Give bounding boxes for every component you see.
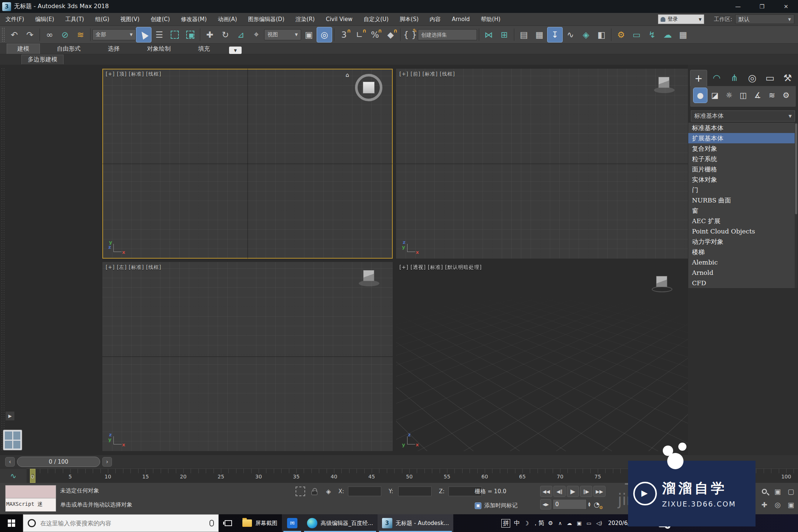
- spinner-snap-button[interactable]: ◆∩: [383, 27, 398, 42]
- go-to-start-button[interactable]: ◀◀: [540, 486, 552, 497]
- viewport-front[interactable]: [+] [前] [标准] [线框] z y x: [396, 69, 688, 259]
- category-list-item[interactable]: 复合对象: [688, 143, 798, 154]
- category-list-item[interactable]: 面片栅格: [688, 164, 798, 174]
- ime-toolbar[interactable]: 拼 中 ☽ ，简 ⚙: [501, 519, 553, 528]
- menu-item-2[interactable]: 工具(T): [60, 13, 90, 26]
- tab-utilities[interactable]: ⚒: [780, 70, 796, 86]
- task-view-button[interactable]: [219, 514, 238, 532]
- next-frame-arrow[interactable]: ›: [102, 457, 112, 467]
- maxscript-mini-listener[interactable]: MAXScript 迷: [5, 485, 56, 512]
- reference-coordinate-dropdown[interactable]: 视图 ▼: [264, 29, 301, 40]
- ime-pinyin-badge[interactable]: 拼: [501, 519, 510, 528]
- viewport-left-label[interactable]: [+] [左] [标准] [线框]: [106, 264, 161, 271]
- viewport-perspective[interactable]: [+] [透视] [标准] [默认明暗处理] z y x: [396, 262, 688, 451]
- time-slider[interactable]: 0 / 100: [17, 457, 100, 467]
- asset-library-button[interactable]: ▦: [675, 27, 691, 42]
- menu-item-1[interactable]: 编辑(E): [30, 13, 59, 26]
- viewcube[interactable]: [355, 74, 382, 101]
- category-list-item[interactable]: 楼梯: [688, 247, 798, 257]
- ribbon-tab-object-paint[interactable]: 对象绘制: [137, 44, 181, 54]
- select-and-rotate-button[interactable]: ↻: [218, 27, 233, 42]
- key-mode-toggle[interactable]: ◀▶: [540, 499, 551, 509]
- menu-item-8[interactable]: 图形编辑器(D): [243, 13, 290, 26]
- previous-frame-arrow[interactable]: ‹: [5, 457, 15, 467]
- zoom-all-button[interactable]: ▣: [771, 485, 784, 498]
- select-and-place-button[interactable]: ⌖: [249, 27, 264, 42]
- viewport-layout-preset-button[interactable]: [3, 430, 22, 450]
- category-cameras[interactable]: ◫: [737, 88, 750, 103]
- viewcube[interactable]: [358, 269, 380, 288]
- schematic-view-button[interactable]: ◈: [578, 27, 594, 42]
- ribbon-tab-selection[interactable]: 选择: [98, 44, 130, 54]
- workspace-dropdown[interactable]: 默认 ▼: [735, 14, 794, 24]
- tab-motion[interactable]: ◎: [744, 70, 760, 86]
- viewport-front-label[interactable]: [+] [前] [标准] [线框]: [399, 71, 455, 78]
- ribbon-tab-modeling[interactable]: 建模: [7, 44, 40, 54]
- search-input[interactable]: [40, 520, 205, 527]
- viewport-top-label[interactable]: [+] [顶] [标准] [线框]: [106, 71, 161, 78]
- ime-settings-gear-icon[interactable]: ⚙: [548, 520, 553, 526]
- maximize-button[interactable]: ❐: [750, 0, 774, 13]
- named-selection-set-input[interactable]: [418, 29, 477, 40]
- tab-hierarchy[interactable]: ⋔: [726, 70, 743, 86]
- render-in-cloud-button[interactable]: ☁: [660, 27, 675, 42]
- category-helpers[interactable]: ∡: [751, 88, 764, 103]
- menu-item-13[interactable]: 内容: [424, 13, 446, 26]
- category-list-item[interactable]: 标准基本体: [688, 123, 798, 133]
- category-list-item[interactable]: 实体对象: [688, 174, 798, 185]
- snap-toggle-3d-button[interactable]: 3∩: [336, 27, 352, 42]
- percent-snap-button[interactable]: %∩: [367, 27, 383, 42]
- layout-tabs-drag-handle[interactable]: [1, 68, 4, 452]
- edit-named-selection-sets-button[interactable]: { }✎: [402, 27, 418, 42]
- orbit-button[interactable]: ◎: [771, 498, 784, 511]
- x-coordinate-field[interactable]: [348, 487, 381, 496]
- selection-filter-dropdown[interactable]: 全部 ▼: [92, 29, 136, 40]
- toolbar-drag-handle[interactable]: [1, 27, 5, 42]
- menu-item-7[interactable]: 动画(A): [212, 13, 243, 26]
- align-button[interactable]: ⊞: [497, 27, 512, 42]
- category-list-item[interactable]: Alembic: [688, 257, 798, 267]
- play-button[interactable]: ▶: [567, 486, 579, 497]
- frame-spinner[interactable]: ▲▼: [588, 502, 590, 507]
- viewcube[interactable]: [651, 275, 673, 294]
- hidden-icons-chevron[interactable]: ∧: [558, 520, 562, 526]
- menu-item-12[interactable]: 脚本(S): [394, 13, 424, 26]
- rendered-frame-window-button[interactable]: ▭: [629, 27, 644, 42]
- render-setup-button[interactable]: ⚙: [613, 27, 629, 42]
- menu-item-14[interactable]: Arnold: [446, 13, 475, 26]
- tray-image-icon[interactable]: ▣: [577, 520, 582, 526]
- undo-button[interactable]: ↶: [7, 27, 22, 42]
- select-and-manipulate-button[interactable]: ◎: [317, 27, 332, 42]
- ribbon-tab-freeform[interactable]: 自由形式: [47, 44, 91, 54]
- ribbon-minimize-dropdown[interactable]: ▼: [229, 47, 242, 54]
- taskbar-item-3dsmax[interactable]: 3 无标题 - Autodesk...: [378, 514, 453, 532]
- isolate-selection-toggle[interactable]: [296, 487, 305, 496]
- maxscript-macro-row[interactable]: [6, 485, 56, 498]
- angle-snap-button[interactable]: ∟∩: [352, 27, 367, 42]
- redo-button[interactable]: ↷: [22, 27, 38, 42]
- selection-lock-toggle[interactable]: [310, 487, 319, 496]
- layer-explorer-toggle-button[interactable]: ▦: [532, 27, 547, 42]
- render-production-button[interactable]: ↯: [644, 27, 660, 42]
- viewport-perspective-label[interactable]: [+] [透视] [标准] [默认明暗处理]: [399, 264, 482, 271]
- category-list-item[interactable]: 窗: [688, 205, 798, 216]
- category-list-item[interactable]: CFD: [688, 278, 798, 288]
- minimize-button[interactable]: —: [726, 0, 750, 13]
- taskbar-item-edge[interactable]: 高级编辑器_百度经...: [303, 514, 378, 532]
- category-shapes[interactable]: ◪: [708, 88, 722, 103]
- rectangular-selection-button[interactable]: [167, 27, 183, 42]
- ribbon-tab-populate[interactable]: 填充: [188, 44, 220, 54]
- category-systems[interactable]: ⚙: [779, 88, 793, 103]
- maximize-viewport-toggle[interactable]: ▣: [785, 498, 797, 511]
- menu-item-6[interactable]: 修改器(M): [175, 13, 212, 26]
- absolute-offset-toggle[interactable]: ◈: [324, 487, 333, 496]
- onedrive-cloud-icon[interactable]: ☁: [567, 520, 572, 526]
- list-scrollbar[interactable]: [795, 123, 798, 288]
- menu-item-11[interactable]: 自定义(U): [358, 13, 394, 26]
- go-to-end-button[interactable]: ▶▶: [593, 486, 606, 497]
- ribbon-panel-polymodeling[interactable]: 多边形建模: [21, 55, 64, 64]
- menu-item-3[interactable]: 组(G): [89, 13, 115, 26]
- add-time-tag[interactable]: ▣ 添加时间标记: [475, 502, 518, 509]
- time-configuration-button[interactable]: ◔⚙: [592, 499, 601, 509]
- select-object-button[interactable]: [136, 27, 151, 42]
